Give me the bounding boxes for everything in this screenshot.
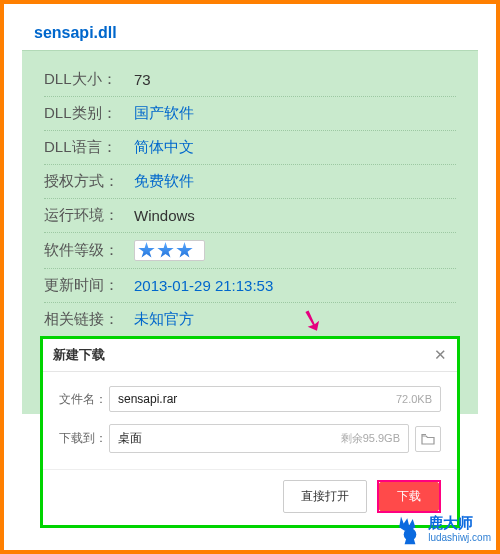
row-related: 相关链接： 未知官方 [44,303,456,337]
destination-input[interactable]: 桌面 剩余95.9GB [109,424,409,453]
row-update: 更新时间： 2013-01-29 21:13:53 [44,269,456,303]
star-partial-icon [195,242,201,256]
row-rating: 软件等级： [44,233,456,269]
label-update: 更新时间： [44,276,134,295]
destination-label: 下载到： [59,430,109,447]
filename-size: 72.0KB [396,393,432,405]
label-license: 授权方式： [44,172,134,191]
filename-value: sensapi.rar [118,392,396,406]
watermark: 鹿大师 ludashiwj.com [392,511,491,547]
star-icon [176,242,193,259]
deer-logo-icon [392,511,428,547]
close-icon[interactable]: ✕ [434,346,447,364]
folder-icon [421,433,435,445]
label-env: 运行环境： [44,206,134,225]
value-env: Windows [134,207,195,224]
browse-folder-button[interactable] [415,426,441,452]
dialog-body: 文件名： sensapi.rar 72.0KB 下载到： 桌面 剩余95.9GB [43,372,457,469]
filename-row: 文件名： sensapi.rar 72.0KB [59,386,441,412]
download-button[interactable]: 下载 [379,482,439,511]
value-update: 2013-01-29 21:13:53 [134,277,273,294]
star-icon [138,242,155,259]
value-related[interactable]: 未知官方 [134,310,194,329]
label-category: DLL类别： [44,104,134,123]
destination-value: 桌面 [118,430,341,447]
row-size: DLL大小： 73 [44,63,456,97]
watermark-url: ludashiwj.com [428,532,491,543]
filename-label: 文件名： [59,391,109,408]
value-category[interactable]: 国产软件 [134,104,194,123]
download-button-highlight-2: 下载 [377,480,441,513]
page-title: sensapi.dll [34,24,117,41]
value-language[interactable]: 简体中文 [134,138,194,157]
row-category: DLL类别： 国产软件 [44,97,456,131]
rating-stars [134,240,205,261]
label-related: 相关链接： [44,310,134,329]
watermark-brand: 鹿大师 [428,515,491,532]
open-directly-button[interactable]: 直接打开 [283,480,367,513]
title-bar: sensapi.dll [22,16,478,51]
row-license: 授权方式： 免费软件 [44,165,456,199]
row-env: 运行环境： Windows [44,199,456,233]
dialog-title: 新建下载 [53,346,105,364]
label-language: DLL语言： [44,138,134,157]
star-icon [157,242,174,259]
new-download-dialog: 新建下载 ✕ 文件名： sensapi.rar 72.0KB 下载到： 桌面 剩… [40,336,460,528]
row-language: DLL语言： 简体中文 [44,131,456,165]
value-license[interactable]: 免费软件 [134,172,194,191]
dialog-header: 新建下载 ✕ [43,339,457,372]
info-list: DLL大小： 73 DLL类别： 国产软件 DLL语言： 简体中文 授权方式： … [22,51,478,337]
value-size: 73 [134,71,151,88]
filename-input[interactable]: sensapi.rar 72.0KB [109,386,441,412]
label-rating: 软件等级： [44,241,134,260]
label-size: DLL大小： [44,70,134,89]
destination-row: 下载到： 桌面 剩余95.9GB [59,424,441,453]
destination-free: 剩余95.9GB [341,431,400,446]
